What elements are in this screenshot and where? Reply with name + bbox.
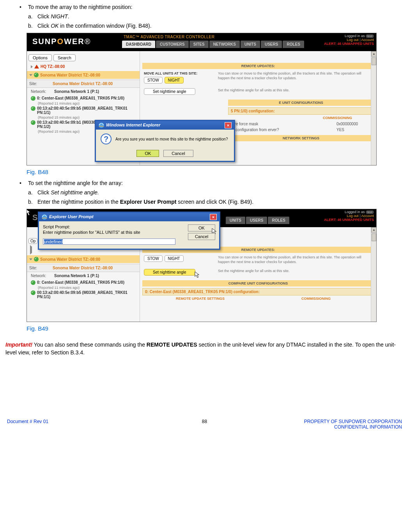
device-name: 00:13:a2:00:40:5e:09:b5 (M0338_AREA01_TR… — [37, 106, 136, 115]
tab-networks[interactable]: NETWORKS — [209, 41, 240, 48]
scrollbar[interactable]: ▴ — [371, 51, 376, 165]
subhead-commissioning: COMMISSIONING — [301, 115, 374, 121]
device-name: 0: Center-East (M0338_AREA01_TRK05 PN:1/… — [37, 96, 136, 100]
scroll-up-icon[interactable]: ▴ — [371, 51, 377, 57]
set-nighttime-angle-button[interactable]: Set nighttime angle — [144, 269, 195, 276]
input-value: undefined — [44, 239, 63, 244]
header-right: Logged in as test Log out | Account ALER… — [324, 34, 374, 46]
scrollbar[interactable]: ▴ — [371, 227, 376, 322]
ok-button[interactable]: OK — [136, 150, 159, 157]
close-icon[interactable]: × — [210, 214, 217, 220]
ok-button[interactable]: OK — [188, 224, 215, 231]
bullet-marker: • — [19, 4, 28, 10]
footer-left: Document # Rev 01 — [7, 419, 48, 430]
footer-text: CONFIDENTIAL INFORMATION — [304, 424, 402, 430]
step-label: b. — [28, 199, 37, 205]
tab-roles[interactable]: ROLES — [268, 217, 289, 224]
options-button[interactable]: Op — [28, 238, 37, 244]
text-fragment: Click — [37, 189, 51, 196]
tab-units[interactable]: UNITS — [241, 41, 260, 48]
panel-description: Set the nighttime angle for all units at… — [218, 269, 372, 274]
device-reported: (Reported 15 minutes ago) — [28, 116, 138, 119]
expand-icon[interactable] — [31, 65, 33, 68]
tab-roles[interactable]: ROLES — [283, 41, 304, 48]
device-item[interactable]: 0: Center-East (M0338_AREA01_TRK05 PN:1/… — [28, 95, 138, 101]
cursor-icon — [27, 209, 32, 218]
tree-item-sonoma[interactable]: Sonoma Water District TZ:-08:00 — [27, 71, 140, 79]
alert-text[interactable]: ALERT: 46 UNMAPPED UNITS — [324, 42, 374, 46]
alert-text[interactable]: ALERT: 46 UNMAPPED UNITS — [324, 218, 374, 222]
subhead-remote: REMOTE UPDATE SETTINGS — [142, 295, 258, 302]
ok-icon — [31, 106, 35, 111]
panel-description: You can stow or move to the nighttime po… — [218, 255, 372, 264]
night-button[interactable]: NIGHT — [165, 77, 184, 84]
expand-icon[interactable] — [30, 245, 32, 254]
prompt-input[interactable]: undefined — [43, 238, 175, 245]
dialog-title: Windows Internet Explorer — [106, 123, 160, 127]
network-row: Network: Sonoma Network 1 (P:1) — [28, 272, 138, 279]
ok-icon — [31, 120, 35, 125]
field-value: Sonoma Network 1 (P:1) — [54, 89, 99, 94]
device-item[interactable]: 0: Center-East (M0338_AREA01_TRK05 PN:1/… — [28, 279, 138, 286]
logout-link[interactable]: Log out — [347, 38, 359, 42]
important-label: Important! — [5, 342, 32, 348]
device-item[interactable]: 00:13:a2:00:40:5e:09:b5 (M0338_AREA01_TR… — [28, 105, 138, 116]
options-button[interactable]: Options — [28, 54, 52, 61]
ie-icon — [98, 122, 104, 128]
tab-users[interactable]: USERS — [261, 41, 282, 48]
logo-text: SUNP — [32, 37, 57, 46]
figure-caption: Fig. B49 — [27, 325, 404, 332]
dialog-title: Explorer User Prompt — [49, 214, 94, 219]
text-fragment: Click — [37, 23, 51, 29]
step-text: Click NIGHT. — [37, 13, 404, 20]
ok-icon — [31, 96, 35, 101]
question-icon: ? — [101, 133, 112, 144]
page-footer: Document # Rev 01 88 PROPERTY OF SUNPOWE… — [5, 419, 404, 430]
dialog-message: Are you sure you want to move this site … — [115, 137, 228, 141]
emphasis: Set nighttime angle. — [51, 189, 99, 196]
account-link[interactable]: Account — [361, 214, 374, 218]
search-button[interactable]: Search — [53, 54, 76, 61]
cancel-button[interactable]: Cancel — [188, 233, 215, 240]
tab-customers[interactable]: CUSTOMERS — [156, 41, 189, 48]
ok-icon — [34, 73, 39, 77]
ok-icon — [31, 290, 35, 295]
tree-item-sonoma[interactable]: Sonoma Water District TZ:-08:00 — [27, 255, 140, 263]
tab-sites[interactable]: SITES — [189, 41, 209, 48]
set-nighttime-angle-button[interactable]: Set nighttime angle — [144, 88, 195, 95]
cancel-button[interactable]: Cancel — [163, 150, 193, 157]
section-network-settings: NETWORK SETTINGS — [228, 135, 374, 141]
dialog-titlebar[interactable]: Windows Internet Explorer × — [96, 121, 234, 130]
text-fragment: Enter the nighttime position in the — [37, 199, 120, 205]
collapse-icon[interactable] — [29, 258, 32, 260]
tab-users[interactable]: USERS — [246, 217, 267, 224]
dialog-titlebar[interactable]: Explorer User Prompt × — [39, 213, 219, 221]
tree-item-hq[interactable]: HQ TZ:-08:00 — [28, 63, 138, 70]
device-reported: (Reported 11 minutes ago) — [28, 101, 138, 105]
scroll-thumb[interactable] — [372, 57, 376, 65]
close-icon[interactable]: × — [225, 122, 232, 128]
tab-units[interactable]: UNITS — [226, 217, 245, 224]
header-right: Logged in as test Log out | Account ALER… — [324, 210, 374, 222]
account-link[interactable]: Account — [361, 38, 374, 42]
warning-icon — [34, 65, 39, 69]
device-item[interactable]: 00:13:a2:00:40:5e:09:b5 (M0338_AREA01_TR… — [28, 290, 138, 300]
panel-description: Set the nighttime angle for all units at… — [218, 88, 372, 93]
stow-button[interactable]: STOW — [144, 255, 163, 262]
scroll-up-icon[interactable]: ▴ — [371, 227, 377, 233]
config-value: 0x00000000 — [336, 122, 372, 126]
sunpower-logo: SUNPOWER® — [27, 33, 120, 46]
scroll-thumb[interactable] — [372, 233, 376, 241]
collapse-icon[interactable] — [29, 74, 32, 76]
night-button[interactable]: NIGHT — [165, 255, 184, 262]
step-text: Click Set nighttime angle. — [37, 189, 404, 196]
tree-label: Sonoma Water District TZ:-08:00 — [40, 257, 100, 262]
field-label: Network: — [31, 274, 54, 278]
tree-expand[interactable] — [30, 247, 32, 253]
network-row: Network: Sonoma Network 1 (P:1) — [28, 88, 138, 95]
device-name: 00:13:a2:00:40:5e:09:b5 (M0338_AREA01_TR… — [37, 290, 136, 299]
tab-dashboard[interactable]: DASHBOARD — [122, 41, 155, 48]
logout-link[interactable]: Log out — [347, 214, 359, 218]
config-key: ntire force mask — [230, 122, 329, 126]
stow-button[interactable]: STOW — [144, 77, 163, 84]
